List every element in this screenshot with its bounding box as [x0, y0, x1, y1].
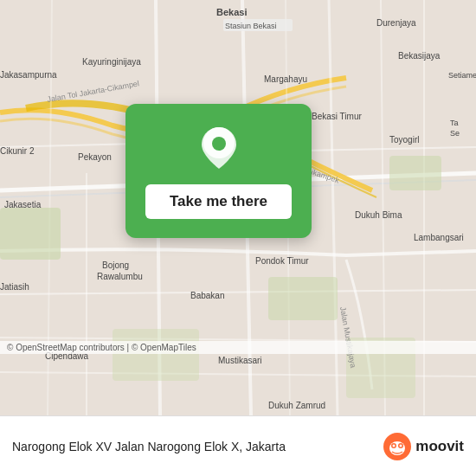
moovit-icon — [383, 433, 411, 460]
svg-text:Pondok Timur: Pondok Timur — [255, 256, 309, 266]
bottom-bar-content: Narogong Elok XV Jalan Narogong Elok X, … — [12, 440, 383, 453]
svg-text:Pekayon: Pekayon — [78, 152, 112, 162]
svg-text:Dukuh Bima: Dukuh Bima — [355, 210, 402, 220]
moovit-brand-name: moovit — [415, 438, 464, 455]
svg-text:Se: Se — [450, 129, 460, 138]
svg-text:Toyogirl: Toyogirl — [389, 135, 419, 145]
attribution-text: © OpenStreetMap contributors | © OpenMap… — [7, 343, 196, 352]
svg-text:Mustikasari: Mustikasari — [218, 356, 262, 365]
svg-text:Margahayu: Margahayu — [264, 74, 307, 84]
pin-icon — [198, 124, 240, 172]
svg-point-43 — [400, 444, 402, 447]
svg-text:Bekasi Timur: Bekasi Timur — [312, 112, 362, 121]
svg-text:Jakasampurna: Jakasampurna — [0, 70, 57, 80]
svg-rect-4 — [113, 329, 199, 381]
svg-rect-3 — [389, 156, 441, 190]
svg-point-37 — [212, 137, 226, 151]
svg-text:Bojong: Bojong — [102, 261, 129, 270]
map-container: Bekasi Stasiun Bekasi Durenjaya Bekasija… — [0, 0, 476, 415]
svg-point-42 — [393, 444, 396, 447]
svg-text:Jakasetia: Jakasetia — [4, 200, 42, 209]
svg-text:Bekasi: Bekasi — [216, 7, 247, 17]
svg-text:Ta: Ta — [450, 119, 459, 127]
location-name: Narogong Elok XV Jalan Narogong Elok X, … — [12, 440, 383, 453]
svg-text:Babakan: Babakan — [190, 291, 224, 300]
attribution-bar: © OpenStreetMap contributors | © OpenMap… — [0, 341, 476, 354]
svg-text:Durenjaya: Durenjaya — [376, 18, 416, 28]
svg-text:Lambangsari: Lambangsari — [414, 233, 464, 242]
svg-text:Rawalumbu: Rawalumbu — [97, 272, 143, 281]
destination-card: Take me there — [125, 104, 312, 238]
svg-rect-1 — [0, 208, 61, 260]
svg-text:Cikunir 2: Cikunir 2 — [0, 146, 35, 156]
svg-text:Dukuh Zamrud: Dukuh Zamrud — [268, 401, 325, 410]
svg-text:Kayuringinijaya: Kayuringinijaya — [82, 57, 141, 67]
take-me-there-button[interactable]: Take me there — [145, 184, 292, 219]
svg-text:Stasiun Bekasi: Stasiun Bekasi — [225, 22, 277, 30]
moovit-logo: moovit — [383, 433, 464, 460]
svg-text:Setiameka: Setiameka — [448, 71, 476, 80]
svg-rect-2 — [268, 277, 338, 320]
svg-text:Jatiasih: Jatiasih — [0, 282, 29, 292]
svg-text:Bekasijaya: Bekasijaya — [398, 51, 441, 61]
bottom-bar: Narogong Elok XV Jalan Narogong Elok X, … — [0, 415, 476, 476]
